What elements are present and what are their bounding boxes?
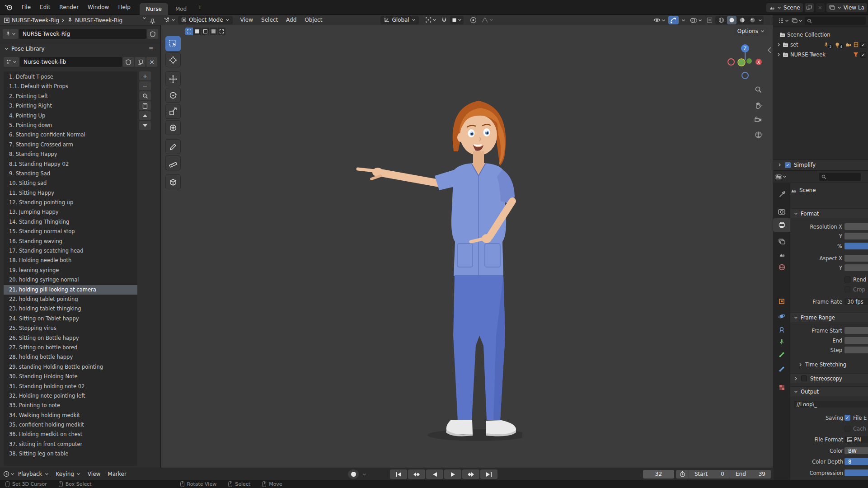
- set-visibility-checkbox[interactable]: ✓: [860, 42, 866, 48]
- pose-list-item[interactable]: 21. holding pill looking at camera: [4, 285, 137, 295]
- nurse-visibility-checkbox[interactable]: ✓: [860, 52, 866, 58]
- select-box-mode[interactable]: [185, 28, 193, 35]
- use-preview-range-button[interactable]: [676, 471, 689, 477]
- topbar-menu[interactable]: File: [17, 0, 35, 15]
- pose-list-item[interactable]: 36. Holding medkit on chest: [4, 430, 137, 439]
- topbar-menu[interactable]: Help: [113, 0, 135, 15]
- properties-editor-type-button[interactable]: [775, 173, 787, 181]
- keying-menu[interactable]: Keying: [52, 471, 84, 477]
- shading-rendered-button[interactable]: [748, 16, 757, 24]
- stereoscopy-checkbox[interactable]: ✓: [801, 375, 807, 381]
- play-reverse-button[interactable]: [426, 469, 443, 479]
- mode-dropdown[interactable]: Object Mode: [178, 16, 233, 24]
- breadcrumb-object[interactable]: NURSE-Tweek-Rig: [12, 17, 59, 23]
- tab-bone-constraints[interactable]: [773, 362, 790, 376]
- pose-list-item[interactable]: 33. Pointing to note: [4, 401, 137, 410]
- zoom-icon[interactable]: [754, 85, 763, 94]
- pose-library-panel-header[interactable]: Pose Library ≡: [0, 43, 161, 54]
- aspect-y-field[interactable]: [845, 264, 868, 271]
- navigation-gizmo[interactable]: Z X: [726, 38, 765, 82]
- pose-list-item[interactable]: 11. Sitting Happy: [4, 188, 137, 198]
- marker-menu[interactable]: Marker: [104, 471, 130, 477]
- display-mode-dropdown[interactable]: [778, 17, 789, 25]
- frame-step-field[interactable]: [845, 347, 868, 353]
- pose-list-item[interactable]: 35. confident holding medkit: [4, 420, 137, 430]
- timeline-editor-type-button[interactable]: [3, 470, 14, 479]
- pose-list-item[interactable]: 8. Standing Happy: [4, 150, 137, 159]
- editor-type-button[interactable]: [164, 16, 175, 24]
- library-book-icon[interactable]: [139, 101, 151, 110]
- tab-object-data[interactable]: [773, 335, 790, 349]
- color-depth-8-button[interactable]: 8: [845, 458, 868, 465]
- sidebar-expand-icon[interactable]: [767, 47, 772, 54]
- viewport-menu[interactable]: Select: [257, 17, 282, 23]
- tab-view-layer[interactable]: [773, 235, 790, 248]
- color-bw-button[interactable]: BW: [845, 447, 868, 454]
- nurse-character[interactable]: [337, 83, 522, 442]
- datablock-browse-button[interactable]: [3, 29, 18, 39]
- pose-list-item[interactable]: 22. holding tablet pointing: [4, 295, 137, 304]
- pose-list-item[interactable]: 31. Standing holding note 02: [4, 382, 137, 391]
- properties-search-input[interactable]: [819, 173, 861, 181]
- view-layer-selector[interactable]: View La: [826, 3, 867, 12]
- frame-start-field[interactable]: [845, 327, 868, 334]
- breadcrumb-data[interactable]: NURSE-Tweek-Rig: [75, 17, 122, 23]
- pose-list-item[interactable]: 14. Standing Thingking: [4, 217, 137, 227]
- pose-list-item[interactable]: 28. holding bottle happy: [4, 352, 137, 362]
- shading-dropdown-icon[interactable]: [758, 19, 762, 22]
- tool-add-cube[interactable]: [165, 174, 181, 189]
- chevron-down-icon[interactable]: [362, 473, 366, 476]
- aspect-x-field[interactable]: [845, 255, 868, 262]
- pose-list-item[interactable]: 26. Sitting on Bottle happy: [4, 333, 137, 343]
- simplify-checkbox[interactable]: ✓: [785, 162, 791, 168]
- library-browse-button[interactable]: [4, 57, 19, 67]
- expand-icon[interactable]: [778, 43, 780, 47]
- format-section-header[interactable]: Format: [790, 208, 868, 218]
- topbar-menu[interactable]: Render: [55, 0, 83, 15]
- jump-to-end-button[interactable]: [480, 469, 497, 479]
- gizmo-settings-dropdown[interactable]: [680, 16, 687, 24]
- workspace-tab[interactable]: Nurse: [140, 3, 168, 15]
- pose-list-item[interactable]: 29. standing Holding Bottle pointing: [4, 362, 137, 372]
- gizmos-toggle[interactable]: [668, 16, 679, 24]
- auto-key-button[interactable]: [348, 469, 359, 479]
- tab-object-constraints[interactable]: [773, 323, 790, 337]
- tool-move[interactable]: [165, 71, 181, 86]
- file-extensions-checkbox[interactable]: ✓: [845, 415, 850, 421]
- shading-wireframe-button[interactable]: [717, 16, 726, 24]
- pose-list-item[interactable]: 16. Standing waving: [4, 237, 137, 246]
- library-unlink-button[interactable]: ×: [146, 57, 157, 67]
- pose-list-item[interactable]: 17. Standing scatching head: [4, 246, 137, 256]
- proportional-falloff-dropdown[interactable]: [479, 16, 495, 24]
- shading-solid-button[interactable]: [727, 16, 737, 24]
- pose-list-item[interactable]: 8.1 Standing Happy 02: [4, 160, 137, 169]
- outliner-row-nurse-tweek[interactable]: NURSE-Tweek ✓: [777, 50, 866, 60]
- xray-toggle[interactable]: [705, 16, 714, 24]
- orientation-dropdown[interactable]: Global: [380, 16, 418, 24]
- render-region-checkbox[interactable]: ✓: [845, 277, 850, 282]
- proportional-edit-toggle[interactable]: [468, 16, 479, 24]
- snap-toggle[interactable]: [439, 16, 449, 24]
- pose-list-item[interactable]: 18. Holding needle both: [4, 256, 137, 265]
- view-menu[interactable]: View: [84, 471, 104, 477]
- move-up-button[interactable]: [139, 111, 151, 120]
- pose-list-item[interactable]: 5. Pointing down: [4, 121, 137, 130]
- file-format-dropdown[interactable]: PN: [845, 436, 868, 443]
- topbar-menu[interactable]: Window: [83, 0, 113, 15]
- select-invert-mode[interactable]: [210, 28, 217, 35]
- pose-list-item[interactable]: 32. Holding note pointing left: [4, 391, 137, 401]
- pose-list-item[interactable]: 10. Sitting sad: [4, 178, 137, 188]
- move-down-button[interactable]: [139, 121, 151, 130]
- new-scene-button[interactable]: [805, 3, 814, 12]
- viewport-menu[interactable]: View: [236, 17, 257, 23]
- topbar-menu[interactable]: Edit: [35, 0, 55, 15]
- frame-range-section-header[interactable]: Frame Range: [790, 312, 868, 322]
- library-name-field[interactable]: Nurse-tweek-lib: [20, 57, 122, 67]
- select-intersect-mode[interactable]: [218, 28, 225, 35]
- scene-selector[interactable]: Scene: [766, 3, 803, 12]
- end-frame-field[interactable]: End39: [730, 471, 771, 477]
- pose-list-item[interactable]: 15. Standing normal stop: [4, 227, 137, 236]
- tool-select-box[interactable]: [165, 36, 181, 51]
- collapse-chevron-icon[interactable]: [142, 17, 146, 19]
- time-stretching-header[interactable]: Time Stretching: [790, 361, 868, 368]
